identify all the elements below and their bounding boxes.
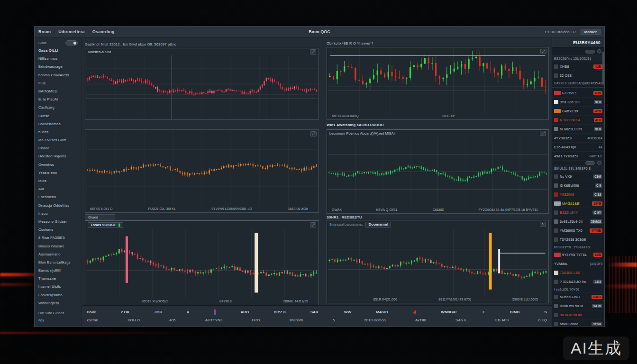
sidebar-item[interactable]: Blouso Glasars — [38, 242, 82, 250]
menu-item-1[interactable]: Roum — [38, 29, 51, 34]
chart-top-left[interactable] — [86, 55, 318, 119]
watchlist-row[interactable]: YM36908 TX04YY8B — [552, 226, 604, 235]
price-badge: 4UB — [593, 91, 602, 95]
watchlist-row[interactable]: I-3 OVE14UB — [552, 89, 604, 98]
sidebar-footer-item[interactable]: agy — [38, 317, 82, 324]
symbol-label: E26-4&43 6(0 — [554, 145, 597, 149]
sidebar-item[interactable]: Aosmennano — [38, 250, 82, 258]
sidebar-item[interactable]: Ownnhss — [38, 161, 82, 169]
sidebar-item[interactable]: Insuu — [38, 209, 82, 218]
menu-item-3[interactable]: Osaording — [92, 29, 115, 34]
settings-icon[interactable] — [597, 49, 601, 54]
axis-label: 651R.04(31.006 — [373, 298, 397, 301]
watchlist-row[interactable]: 6L&6Z3UJ3YL9LB — [552, 125, 604, 134]
symbol-label: N 30000KE4 — [560, 118, 592, 122]
watchlist-row[interactable]: I-sa&c&5L 'IOY66 — [552, 286, 604, 292]
watchlist-row[interactable]: 6v93LZ6b9 JII59M&8 — [552, 217, 604, 226]
sidebar-footer-item[interactable]: Ow Surd Gionas — [38, 309, 82, 317]
sidebar-item[interactable]: Udested Hyjems — [38, 152, 82, 160]
sidebar-item[interactable]: Brindwaunage — [38, 63, 82, 71]
menu-item-2[interactable]: Udirimettera — [58, 29, 84, 34]
sidebar-item[interactable]: B. le PlsoAi — [38, 95, 82, 103]
watchlist-row[interactable]: N 30000KE44LB — [552, 116, 604, 125]
axis-label: 2BINIE 14J11(35 — [283, 300, 308, 303]
watchlist-row[interactable]: 9BJ&J039O6I — [552, 310, 604, 319]
window-title: Biom QOC — [309, 29, 330, 34]
panel-mr-subtitle: becomonr Poemos Aboard(VA)zed MISAli — [329, 131, 395, 136]
symbol-chip[interactable]: Doomanral — [365, 222, 391, 228]
expand-icon[interactable]: ⤢ — [310, 49, 316, 55]
chart-top-right[interactable] — [328, 48, 547, 113]
watchlist-row[interactable]: 49&1 7YK9&5s04XT A C — [552, 152, 604, 161]
watchlist-row[interactable]: 9Y4YV5 TYT6L6XB — [552, 250, 604, 259]
sidebar-item[interactable]: Banns njolllill — [38, 266, 82, 274]
chart-bottom-left[interactable] — [86, 229, 318, 298]
sidebar-item[interactable]: Foesmeno — [38, 193, 82, 201]
watchlist-row[interactable]: 32 C93I — [552, 71, 604, 80]
sidebar-item[interactable]: Flus — [38, 79, 82, 87]
watchlist-row[interactable]: M9S0&3Y3L. 3YB&&&&3I — [552, 244, 604, 250]
sidebar-item[interactable]: BAOGMEU — [38, 87, 82, 95]
watchlist-row[interactable]: I3 K6EU006C 9 — [552, 181, 604, 190]
symbol-icon — [554, 64, 558, 69]
cursor-icon[interactable]: ↖ — [540, 222, 546, 227]
sidebar-item[interactable]: Nillisvnmos — [38, 55, 82, 63]
watchlist-row[interactable]: nnvl03o66o9YSB — [552, 319, 604, 327]
sidebar-item[interactable]: Coolums — [38, 226, 82, 234]
filter-toggle[interactable] — [585, 161, 595, 165]
expand-icon[interactable]: ⤢ — [310, 222, 316, 228]
chart-bottom-right[interactable] — [328, 229, 547, 296]
sidebar-item[interactable]: Casticorg — [38, 103, 82, 111]
sidebar-item[interactable]: Cunse — [38, 112, 82, 120]
sidebar-item[interactable]: Lonlisisgsamo — [38, 291, 82, 299]
watchlist-row[interactable]: 5O666OJVOO4B3 — [552, 292, 604, 301]
watchlist-row[interactable]: T3Y2938 30369I — [552, 235, 604, 244]
watchlist-row[interactable]: 73S3LB L&S — [552, 268, 604, 277]
sidebar-item[interactable]: Dnascja Oddettias — [38, 201, 82, 209]
watchlist-row[interactable]: GAYXES 3&M/s9A(s)&d3 4635-43&5 — [552, 80, 604, 86]
watchlist-row[interactable]: G4BYE394YB — [552, 107, 604, 116]
sidebar-item[interactable]: Alu — [38, 185, 82, 193]
watchlist-row[interactable]: Y932009C 92 — [552, 190, 604, 199]
axis-label: 8811YY&JII1I 78 670( — [438, 298, 471, 301]
sidebar-item[interactable]: Ma Oviisos Gam — [38, 136, 82, 144]
watchlist-row[interactable]: B>66 nflLs&3o9& m — [552, 301, 604, 310]
watchlist-row[interactable]: Ns VX9C9M — [552, 172, 604, 181]
watchlist-row[interactable]: 4YY3&3Z3I4O63&3&4 — [552, 134, 604, 143]
sidebar-item[interactable]: talds — [38, 177, 82, 185]
filter-toggle[interactable] — [585, 50, 595, 54]
sidebar-item[interactable]: Bion Esnurceliksgs — [38, 258, 82, 266]
sidebar-item[interactable]: bonma CrowAless — [38, 71, 82, 79]
watchlist-row[interactable]: E26-4&43 6(04& — [552, 143, 604, 152]
watchlist-row[interactable]: E33ZILE4YC-9Y — [552, 208, 604, 217]
watchlist-row[interactable]: 3Y& 836 9I09LB — [552, 98, 604, 107]
symbol-chip[interactable]: Tosas 9OIOGE ▮ — [88, 222, 123, 228]
expand-icon[interactable]: ⤢ — [310, 131, 317, 136]
sidebar-item[interactable]: Cnana — [38, 144, 82, 152]
sidebar-toggle[interactable] — [65, 40, 78, 46]
watchlist-row[interactable]: YVA66a.(3I3('3Y9 — [552, 259, 604, 268]
marker-button[interactable]: Marker — [581, 29, 601, 35]
sidebar-item[interactable]: Wistlilngfery — [38, 299, 82, 307]
status-item: AUTTYN3 — [205, 318, 222, 322]
expand-icon[interactable]: ⤢ — [540, 131, 546, 136]
chart-mid-left[interactable] — [86, 130, 318, 206]
settings-icon[interactable] — [597, 161, 601, 165]
sidebar-item[interactable]: 8 Rise FA30IE3 — [38, 234, 82, 242]
sidebar-item[interactable]: Yeasts eno — [38, 169, 82, 177]
symbol-icon — [554, 271, 558, 275]
sidebar-item[interactable]: buass — [38, 128, 82, 136]
watchlist-scrollbar[interactable] — [602, 52, 604, 85]
chart-mid-right[interactable] — [328, 137, 547, 207]
watchlist-row[interactable]: XHE84UB — [552, 62, 604, 71]
status-item: SAn n — [455, 318, 466, 322]
sidebar-item[interactable]: Oasa OILLI — [38, 46, 82, 55]
panel-bl-tab[interactable]: Grund — [85, 214, 115, 220]
watchlist-row[interactable]: MAG&1&E!19YE — [552, 199, 604, 208]
sidebar-item[interactable]: husmel Ulsits — [38, 282, 82, 291]
sidebar-item[interactable]: Thamssne — [38, 274, 82, 282]
watchlist-row[interactable]: ? 30L&&3UO 9a16I3 — [552, 277, 604, 286]
expand-icon[interactable]: ⤢ — [540, 49, 546, 54]
sidebar-item[interactable]: Ovrilostamas — [38, 120, 82, 128]
sidebar-item[interactable]: Messono Glidaer — [38, 218, 82, 226]
